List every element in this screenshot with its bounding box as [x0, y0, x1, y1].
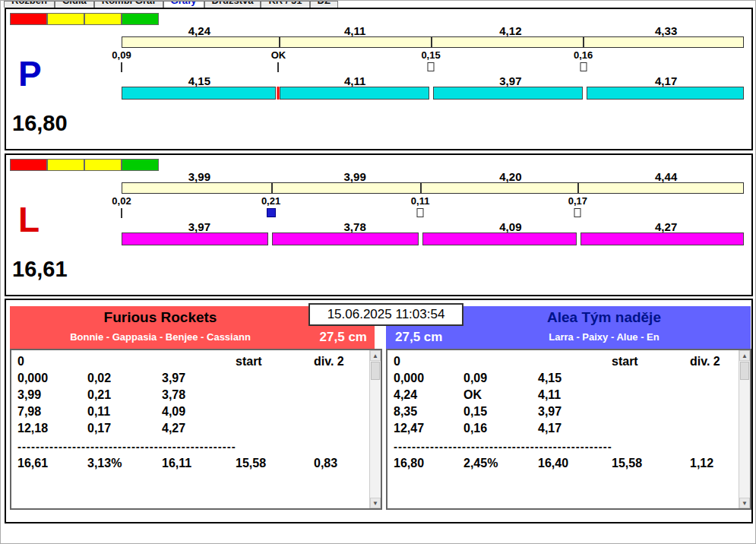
changeover-value: 0,17	[568, 195, 587, 207]
split-value: 4,27	[655, 220, 677, 233]
split-value: 4,33	[655, 24, 677, 37]
lane-chart-area: 3,99 3,99 4,20 4,44 0,02 0,21 0,11 0,17	[122, 155, 744, 295]
cumulative-time-bar	[122, 182, 744, 194]
scrollbar-thumb[interactable]	[371, 362, 380, 380]
total-time: 16,61	[17, 457, 48, 470]
dog-time-bar	[122, 87, 276, 100]
changeover-labels: 0,02 0,21 0,11 0,17	[122, 195, 744, 207]
changeover-value: 0,21	[261, 195, 280, 207]
top-split-values: 4,24 4,11 4,12 4,33	[122, 24, 744, 36]
table-row: 12,47 0,16 4,17	[387, 422, 738, 437]
scroll-down-icon[interactable]: ▼	[739, 498, 750, 508]
table-row: 7,98 0,11 4,09	[11, 405, 369, 420]
total-time: 16,80	[394, 457, 424, 470]
table-row: 8,35 0,15 3,97	[387, 405, 738, 420]
table-row: 12,18 0,17 4,27	[11, 422, 369, 437]
changeover-value: 0,02	[112, 195, 131, 207]
scrollbar[interactable]: ▲ ▼	[739, 350, 750, 508]
team-right-jump-height: 27,5 cm	[395, 330, 442, 345]
lane-chart-area: 4,24 4,11 4,12 4,33 0,09 OK 0,15 0,16	[122, 9, 744, 149]
top-split-values: 3,99 3,99 4,20 4,44	[122, 170, 744, 182]
sensor-mark-icon	[580, 62, 587, 71]
split-value: 3,99	[344, 170, 366, 183]
lane-letter: P	[18, 56, 42, 91]
split-value: 4,20	[499, 170, 521, 183]
segment-tick	[431, 37, 432, 47]
table-totals-row: 16,80 2,45% 16,40 15,58 1,12	[387, 457, 738, 472]
light-yellow-1	[47, 159, 84, 171]
sensor-mark-icon	[277, 62, 279, 72]
table-row: 3,99 0,21 3,78	[11, 388, 369, 403]
changeover-value: OK	[271, 49, 286, 61]
total-ref: 15,58	[612, 457, 642, 470]
tab-rozbeh[interactable]: Rozběh	[4, 1, 55, 8]
dog-time-bar	[272, 232, 419, 245]
bottom-split-values: 4,15 4,11 3,97 4,17	[122, 74, 744, 87]
split-value: 4,17	[655, 74, 677, 87]
table-separator: ----------------------------------------…	[394, 440, 612, 452]
dog-time-bar	[122, 232, 268, 245]
dog-time-bar	[280, 87, 429, 100]
total-pct: 3,13%	[87, 457, 122, 470]
table-row: 4,24 OK 4,11	[387, 388, 738, 403]
dog-time-bar	[587, 87, 744, 100]
team-left-name: Furious Rockets	[13, 308, 308, 327]
col-div: div. 2	[314, 355, 344, 368]
tab-kombi-graf[interactable]: Kombi Graf	[94, 1, 163, 8]
lane-panel-p: P 16,80 4,24 4,11 4,12 4,33 0,09 OK 0,15…	[5, 8, 753, 150]
changeover-value: 0,09	[112, 49, 131, 61]
lane-total-time: 16,80	[12, 111, 68, 136]
team-right-results-table[interactable]: 0 start div. 2 0,000 0,09 4,15 4,24 OK 4…	[386, 349, 751, 510]
split-value: 3,97	[188, 220, 210, 233]
team-right-name: Alea Tým naděje	[460, 308, 748, 327]
total-ref: 15,58	[236, 457, 266, 470]
bottom-split-values: 3,97 3,78 4,09 4,27	[122, 220, 744, 232]
fault-divider	[277, 87, 280, 100]
tab-cidla[interactable]: Čidla	[55, 1, 94, 8]
team-left-jump-height: 27,5 cm	[320, 330, 367, 345]
sensor-mark-icon	[574, 208, 581, 217]
split-value: 4,24	[188, 24, 210, 37]
table-row: 0,000 0,09 4,15	[387, 372, 738, 387]
light-red	[10, 159, 47, 171]
table-totals-row: 16,61 3,13% 16,11 15,58 0,83	[11, 457, 369, 472]
col-zero: 0	[394, 355, 400, 368]
lane-total-time: 16,61	[12, 257, 68, 282]
table-row: 0,000 0,02 3,97	[11, 372, 369, 387]
tab-bar: Rozběh Čidla Kombi Graf Grafy Družstva K…	[4, 1, 338, 8]
sensor-marks	[122, 62, 744, 73]
light-yellow-1	[47, 13, 84, 25]
split-value: 4,44	[655, 170, 677, 183]
scrollbar[interactable]: ▲ ▼	[369, 350, 381, 508]
sensor-mark-icon	[121, 208, 122, 218]
cumulative-time-bar	[122, 36, 744, 48]
tab-grafy[interactable]: Grafy	[163, 1, 204, 8]
split-value: 3,99	[188, 170, 210, 183]
segment-tick	[583, 37, 584, 47]
segment-tick	[577, 183, 579, 193]
split-value: 3,97	[499, 74, 521, 87]
segment-tick	[420, 183, 422, 193]
tab-dz[interactable]: DZ	[310, 1, 338, 8]
tab-kr-51[interactable]: KR / 51	[261, 1, 309, 8]
lane-panel-l: L 16,61 3,99 3,99 4,20 4,44 0,02 0,21 0,…	[5, 153, 753, 296]
light-red	[10, 13, 47, 25]
scroll-up-icon[interactable]: ▲	[370, 350, 381, 361]
sensor-marks	[122, 208, 744, 219]
dog-time-bar	[433, 87, 583, 100]
tab-druzstva[interactable]: Družstva	[204, 1, 261, 8]
table-header-row: 0 start div. 2	[387, 355, 738, 370]
dog-time-bars	[122, 232, 744, 245]
split-value: 3,78	[344, 220, 366, 233]
scroll-up-icon[interactable]: ▲	[739, 350, 750, 361]
table-header-row: 0 start div. 2	[11, 355, 369, 370]
total-diff: 1,12	[690, 457, 713, 470]
timestamp: 15.06.2025 11:03:54	[308, 303, 463, 326]
scrollbar-thumb[interactable]	[740, 362, 749, 380]
scroll-down-icon[interactable]: ▼	[370, 498, 381, 508]
split-value: 4,11	[344, 74, 365, 87]
split-value: 4,11	[344, 24, 365, 37]
sensor-mark-icon	[121, 62, 122, 72]
team-left-results-table[interactable]: 0 start div. 2 0,000 0,02 3,97 3,99 0,21…	[10, 349, 382, 510]
col-div: div. 2	[690, 355, 720, 368]
